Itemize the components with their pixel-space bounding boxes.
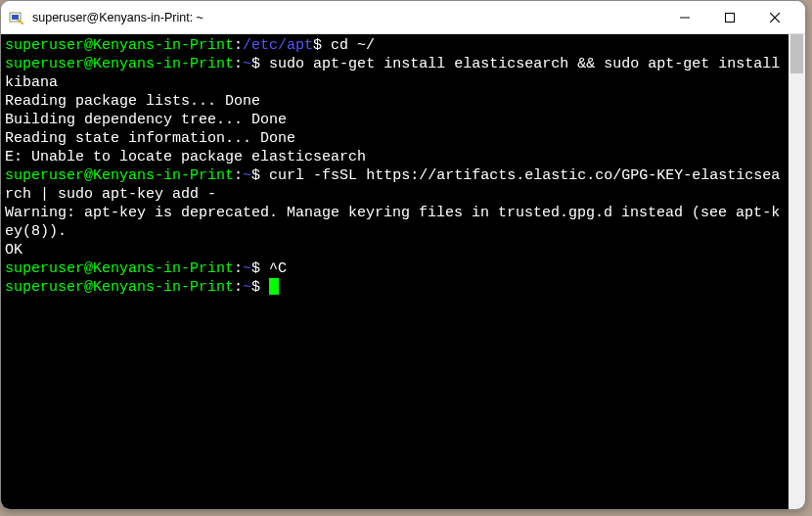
window-controls: [662, 2, 797, 33]
scrollbar[interactable]: [789, 34, 805, 509]
prompt-dollar: $: [251, 56, 260, 72]
prompt-dollar: $: [313, 37, 322, 54]
output-line: Reading package lists... Done: [5, 92, 785, 111]
svg-rect-1: [12, 15, 19, 20]
prompt-path: /etc/apt: [243, 37, 313, 54]
prompt-dollar: $: [251, 279, 260, 296]
terminal-window: superuser@Kenyans-in-Print: ~ superuser@…: [0, 0, 806, 510]
prompt-user-host: superuser@Kenyans-in-Print: [5, 279, 234, 296]
terminal-area: superuser@Kenyans-in-Print:/etc/apt$ cd …: [1, 34, 805, 509]
output-line: Reading state information... Done: [5, 129, 785, 148]
output-line: E: Unable to locate package elasticsearc…: [5, 148, 785, 166]
prompt-colon: :: [234, 56, 243, 72]
titlebar[interactable]: superuser@Kenyans-in-Print: ~: [1, 1, 805, 34]
prompt-user-host: superuser@Kenyans-in-Print: [5, 167, 234, 184]
prompt-user-host: superuser@Kenyans-in-Print: [5, 56, 234, 72]
prompt-user-host: superuser@Kenyans-in-Print: [5, 37, 234, 54]
scrollbar-thumb[interactable]: [790, 34, 803, 73]
window-title: superuser@Kenyans-in-Print: ~: [32, 11, 662, 24]
maximize-button[interactable]: [707, 2, 752, 33]
svg-rect-3: [726, 13, 735, 22]
prompt-path: ~: [243, 56, 251, 72]
output-line: Warning: apt-key is deprecated. Manage k…: [5, 204, 785, 241]
prompt-colon: :: [234, 279, 243, 296]
prompt-colon: :: [234, 167, 243, 184]
prompt-path: ~: [243, 279, 251, 296]
prompt-colon: :: [234, 37, 243, 54]
prompt-dollar: $: [251, 167, 260, 184]
close-button[interactable]: [752, 2, 797, 33]
command-text: ^C: [269, 260, 287, 277]
terminal-content[interactable]: superuser@Kenyans-in-Print:/etc/apt$ cd …: [1, 34, 789, 509]
output-line: Building dependency tree... Done: [5, 111, 785, 129]
prompt-dollar: $: [251, 260, 260, 277]
prompt-colon: :: [234, 260, 243, 277]
putty-icon: [9, 10, 24, 25]
prompt-path: ~: [243, 260, 251, 277]
output-line: OK: [5, 241, 785, 259]
command-text: cd ~/: [331, 37, 375, 54]
minimize-button[interactable]: [662, 2, 707, 33]
cursor: [269, 278, 279, 295]
prompt-path: ~: [243, 167, 251, 184]
prompt-user-host: superuser@Kenyans-in-Print: [5, 260, 234, 277]
